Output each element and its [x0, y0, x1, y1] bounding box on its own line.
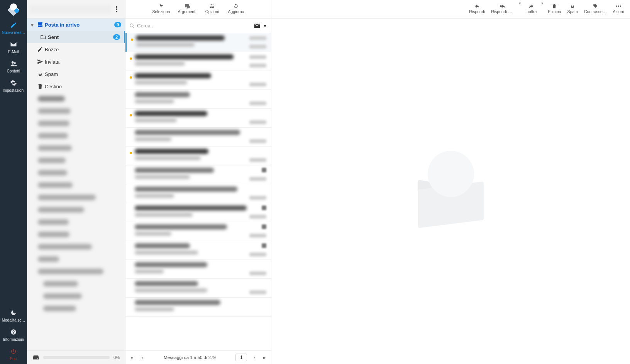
message-item[interactable]	[125, 184, 271, 203]
message-item[interactable]	[125, 33, 271, 52]
message-item[interactable]	[125, 71, 271, 90]
threads-button[interactable]: Argomenti	[176, 2, 199, 15]
sliders-icon	[204, 2, 220, 9]
message-item[interactable]	[125, 298, 271, 317]
threads-label: Argomenti	[178, 9, 196, 14]
folder-sent[interactable]: Inviata	[27, 56, 125, 68]
pencil-icon	[36, 46, 45, 53]
message-item[interactable]	[125, 52, 271, 71]
message-item[interactable]	[125, 260, 271, 279]
folder-redacted[interactable]	[27, 302, 125, 315]
folder-trash[interactable]: Cestino	[27, 80, 125, 93]
search-dropdown-icon[interactable]: ▼	[263, 24, 267, 28]
power-icon	[1, 348, 26, 356]
folder-sent-sub[interactable]: Sent 2	[27, 31, 125, 43]
reply-button[interactable]: Rispondi	[467, 2, 487, 15]
folder-redacted[interactable]	[27, 142, 125, 154]
nav-logout-label: Esci	[1, 357, 26, 361]
message-item[interactable]	[125, 147, 271, 165]
svg-point-3	[116, 8, 117, 10]
storage-bar: 0%	[27, 350, 125, 364]
compose-icon	[1, 22, 26, 29]
folder-redacted[interactable]	[27, 228, 125, 241]
viewer-body	[271, 19, 630, 364]
pager-page-input[interactable]	[235, 354, 247, 361]
account-menu-button[interactable]	[111, 5, 122, 13]
folder-redacted[interactable]	[27, 117, 125, 130]
forward-button[interactable]: Inoltra	[523, 2, 539, 15]
app-logo	[0, 0, 27, 19]
compose-button[interactable]: Nuovo mes…	[0, 19, 27, 38]
folder-redacted[interactable]	[27, 191, 125, 204]
nav-logout[interactable]: Esci	[0, 345, 27, 364]
pager-prev-button[interactable]	[140, 354, 144, 360]
message-item[interactable]	[125, 109, 271, 128]
svg-point-5	[211, 4, 212, 5]
pager-next-button[interactable]	[252, 354, 256, 360]
message-item[interactable]	[125, 241, 271, 260]
message-item[interactable]	[125, 222, 271, 241]
folder-spam[interactable]: Spam	[27, 68, 125, 80]
pager-first-button[interactable]	[129, 354, 135, 360]
folder-redacted[interactable]	[27, 241, 125, 253]
folder-redacted[interactable]	[27, 216, 125, 228]
message-item[interactable]	[125, 165, 271, 184]
folder-panel: ▾ Posta in arrivo 9 Sent 2 Bozze Inviata	[27, 0, 125, 364]
folder-redacted[interactable]	[27, 167, 125, 179]
folder-drafts[interactable]: Bozze	[27, 43, 125, 56]
folder-sent-label: Inviata	[45, 59, 121, 65]
select-button[interactable]: Seleziona	[150, 2, 172, 15]
folder-redacted[interactable]	[27, 278, 125, 290]
refresh-button[interactable]: Aggiorna	[225, 2, 246, 15]
message-item[interactable]	[125, 203, 271, 222]
moon-icon	[1, 309, 26, 317]
folder-redacted[interactable]	[27, 154, 125, 167]
delete-button[interactable]: Elimina	[545, 2, 563, 15]
spam-button[interactable]: Spam	[565, 2, 580, 15]
spam-label: Spam	[567, 9, 578, 14]
folder-drafts-label: Bozze	[45, 47, 121, 52]
select-label: Seleziona	[152, 9, 170, 14]
refresh-icon	[228, 2, 244, 9]
folder-inbox-count: 9	[114, 22, 121, 27]
folder-redacted[interactable]	[27, 204, 125, 216]
app-sidebar: Nuovo mes… E-Mail Contatti Impostazioni	[0, 0, 27, 364]
reply-all-button[interactable]: Rispondi a t…	[489, 2, 517, 15]
storage-percent: 0%	[113, 355, 120, 360]
nav-contacts[interactable]: Contatti	[0, 57, 27, 76]
mark-label: Contrasse…	[584, 9, 606, 14]
search-scope-icon[interactable]	[254, 23, 261, 29]
folder-redacted[interactable]	[27, 130, 125, 142]
folder-icon	[39, 34, 48, 40]
forward-caret[interactable]: ▼	[540, 2, 544, 5]
gear-icon	[1, 79, 26, 87]
inbox-icon	[36, 22, 45, 28]
message-list[interactable]	[125, 33, 271, 350]
mark-button[interactable]: Contrasse…	[582, 2, 609, 15]
nav-darkmode[interactable]: Modalità sc…	[0, 306, 27, 325]
actions-button[interactable]: Azioni	[610, 2, 626, 15]
pager-last-button[interactable]	[262, 354, 267, 360]
search-icon	[129, 23, 135, 29]
message-item[interactable]	[125, 128, 271, 147]
nav-info[interactable]: Informazioni	[0, 325, 27, 345]
reply-all-caret[interactable]: ▼	[518, 2, 522, 5]
message-item[interactable]	[125, 90, 271, 109]
message-item[interactable]	[125, 279, 271, 298]
logo-icon	[8, 3, 19, 15]
nav-darkmode-label: Modalità sc…	[1, 318, 26, 322]
folder-redacted[interactable]	[27, 265, 125, 278]
nav-email[interactable]: E-Mail	[0, 38, 27, 57]
folder-trash-label: Cestino	[45, 84, 121, 89]
folder-inbox[interactable]: ▾ Posta in arrivo 9	[27, 19, 125, 31]
folder-redacted[interactable]	[27, 253, 125, 265]
message-list-panel: Seleziona Argomenti Opzioni Aggiorna ▼	[125, 0, 271, 364]
options-button[interactable]: Opzioni	[202, 2, 222, 15]
more-icon	[613, 2, 624, 9]
folder-redacted[interactable]	[27, 290, 125, 302]
folder-redacted[interactable]	[27, 93, 125, 105]
folder-redacted[interactable]	[27, 105, 125, 117]
nav-settings[interactable]: Impostazioni	[0, 76, 27, 96]
folder-redacted[interactable]	[27, 179, 125, 191]
search-input[interactable]	[137, 23, 254, 29]
